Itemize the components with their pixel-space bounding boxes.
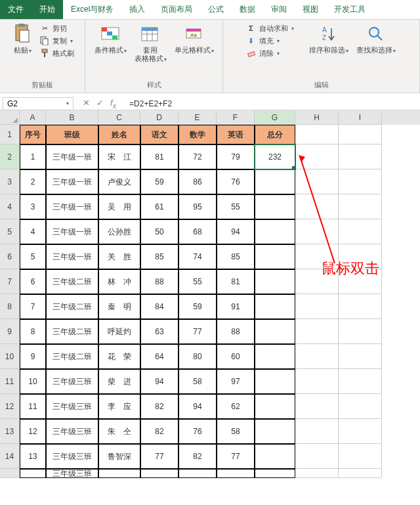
cell[interactable]: 77: [178, 319, 217, 344]
cell[interactable]: 关 胜: [98, 244, 140, 269]
row-header[interactable]: 5: [0, 219, 20, 244]
cell[interactable]: [255, 394, 295, 419]
cell[interactable]: 三年级三班: [46, 394, 98, 419]
row-header[interactable]: 13: [0, 419, 20, 444]
cell[interactable]: 6: [20, 269, 46, 294]
cell[interactable]: 鲁智深: [98, 444, 140, 469]
cell[interactable]: 61: [140, 194, 178, 219]
cell[interactable]: [295, 169, 339, 194]
cell[interactable]: 花 荣: [98, 344, 140, 369]
format-painter-button[interactable]: 格式刷: [38, 47, 75, 59]
cell[interactable]: [217, 469, 255, 478]
col-header-H[interactable]: H: [295, 110, 339, 125]
cell[interactable]: 59: [178, 294, 217, 319]
cell[interactable]: 4: [20, 219, 46, 244]
cell[interactable]: 三年级二班: [46, 344, 98, 369]
cell[interactable]: 77: [217, 444, 255, 469]
col-header-D[interactable]: D: [140, 110, 178, 125]
cell[interactable]: 8: [20, 319, 46, 344]
cell[interactable]: [295, 125, 339, 144]
cell[interactable]: 97: [217, 369, 255, 394]
row-header[interactable]: 14: [0, 444, 20, 469]
cell[interactable]: 85: [140, 244, 178, 269]
cell[interactable]: 李 应: [98, 394, 140, 419]
row-header[interactable]: 3: [0, 169, 20, 194]
cell[interactable]: 朱 仝: [98, 419, 140, 444]
cell[interactable]: 三年级三班: [46, 469, 98, 478]
cell[interactable]: 85: [217, 244, 255, 269]
cell[interactable]: 总分: [255, 125, 295, 144]
cell[interactable]: [295, 469, 339, 478]
cell[interactable]: 数学: [178, 125, 217, 144]
cell[interactable]: 三年级一班: [46, 169, 98, 194]
find-select-button[interactable]: 查找和选择▾: [354, 22, 398, 56]
cell[interactable]: [255, 444, 295, 469]
paste-button[interactable]: 粘贴▾: [9, 22, 35, 56]
cell[interactable]: 9: [20, 344, 46, 369]
cell[interactable]: 58: [178, 369, 217, 394]
cell[interactable]: 宋 江: [98, 144, 140, 169]
cell[interactable]: [295, 294, 339, 319]
cell[interactable]: 76: [217, 169, 255, 194]
cell[interactable]: 三年级三班: [46, 419, 98, 444]
tab-9[interactable]: 开发工具: [326, 0, 373, 19]
clear-button[interactable]: 清除▾: [245, 47, 304, 59]
row-header[interactable]: 6: [0, 244, 20, 269]
cell[interactable]: [255, 469, 295, 478]
tab-5[interactable]: 公式: [200, 0, 232, 19]
cell[interactable]: 91: [217, 294, 255, 319]
cell[interactable]: 三年级一班: [46, 194, 98, 219]
cell[interactable]: 86: [178, 169, 217, 194]
row-header[interactable]: [0, 469, 20, 478]
cell[interactable]: 79: [217, 144, 255, 169]
cell[interactable]: 公孙胜: [98, 219, 140, 244]
cell[interactable]: 82: [178, 444, 217, 469]
tab-8[interactable]: 视图: [295, 0, 326, 19]
row-header[interactable]: 2: [0, 144, 20, 169]
row-header[interactable]: 11: [0, 369, 20, 394]
cell[interactable]: 55: [178, 269, 217, 294]
col-header-F[interactable]: F: [217, 110, 255, 125]
fx-icon[interactable]: fx: [110, 98, 116, 110]
cell[interactable]: 10: [20, 369, 46, 394]
cell[interactable]: 林 冲: [98, 269, 140, 294]
cell[interactable]: [255, 194, 295, 219]
col-header-G[interactable]: G: [255, 110, 295, 125]
cell[interactable]: 95: [178, 194, 217, 219]
cell[interactable]: 班级: [46, 125, 98, 144]
cell[interactable]: [295, 444, 339, 469]
cell[interactable]: [98, 469, 140, 478]
cancel-formula-icon[interactable]: ✕: [83, 98, 90, 110]
row-header[interactable]: 1: [0, 125, 20, 144]
cell[interactable]: 84: [140, 294, 178, 319]
cell[interactable]: 72: [178, 144, 217, 169]
row-header[interactable]: 9: [0, 319, 20, 344]
cell[interactable]: 三年级二班: [46, 319, 98, 344]
cell[interactable]: 语文: [140, 125, 178, 144]
cell[interactable]: [255, 244, 295, 269]
worksheet-grid[interactable]: ABCDEFGHI 1序号班级姓名语文数学英语总分21三年级一班宋 江81727…: [0, 110, 420, 478]
cell[interactable]: [255, 319, 295, 344]
copy-button[interactable]: 复制▾: [38, 35, 75, 47]
cell[interactable]: [339, 294, 382, 319]
cell[interactable]: 94: [178, 394, 217, 419]
cell[interactable]: 三年级二班: [46, 294, 98, 319]
row-header[interactable]: 7: [0, 269, 20, 294]
cell[interactable]: 88: [140, 269, 178, 294]
cell[interactable]: [339, 344, 382, 369]
cell[interactable]: 55: [217, 194, 255, 219]
cell[interactable]: [295, 219, 339, 244]
cell[interactable]: 英语: [217, 125, 255, 144]
cell[interactable]: 7: [20, 294, 46, 319]
autosum-button[interactable]: Σ自动求和▾: [245, 22, 304, 34]
cell[interactable]: 姓名: [98, 125, 140, 144]
cell[interactable]: 序号: [20, 125, 46, 144]
col-header-I[interactable]: I: [339, 110, 382, 125]
row-header[interactable]: 10: [0, 344, 20, 369]
conditional-format-button[interactable]: 条件格式▾: [92, 22, 129, 56]
tab-2[interactable]: Excel与财务: [63, 0, 121, 19]
col-header-C[interactable]: C: [98, 110, 140, 125]
cell[interactable]: 60: [217, 344, 255, 369]
cell[interactable]: [339, 319, 382, 344]
cell[interactable]: [295, 319, 339, 344]
